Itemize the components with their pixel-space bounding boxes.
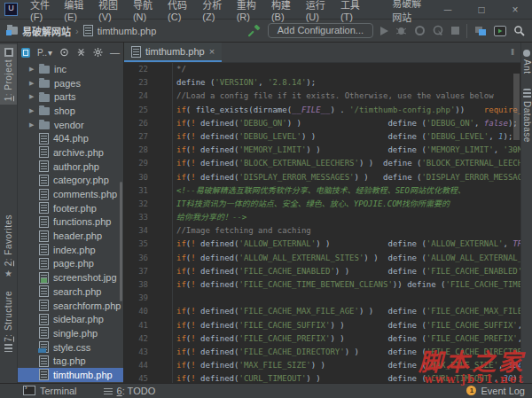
tree-item-page.php[interactable]: page.php: [18, 257, 123, 271]
tree-item-index.php[interactable]: index.php: [18, 243, 123, 257]
breadcrumb: 易破解网站 › timthumb.php: [7, 24, 156, 38]
editor-scrollbar[interactable]: [513, 74, 520, 140]
close-button[interactable]: ×: [498, 0, 532, 20]
project-folder-icon: [7, 27, 18, 35]
tree-item-label: author.php: [53, 161, 99, 172]
tool-button-structure[interactable]: 7: Structure: [0, 287, 17, 356]
line-number: 28: [124, 144, 173, 157]
tree-item-searchform.php[interactable]: searchform.php: [18, 299, 123, 313]
menu-item[interactable]: 文件(F): [25, 0, 59, 22]
menu-item[interactable]: 视图(V): [93, 0, 128, 22]
tree-item-timthumb.php[interactable]: timthumb.php: [18, 368, 123, 382]
menu-item[interactable]: 重构(R): [231, 0, 266, 22]
event-log-button[interactable]: 1 Event Log: [466, 386, 525, 396]
project-tree-scrollbar[interactable]: [120, 182, 122, 301]
tree-item-category.php[interactable]: category.php: [18, 174, 123, 188]
add-configuration-dropdown[interactable]: Add Configuration...: [268, 23, 373, 38]
collapse-all-icon[interactable]: [76, 47, 86, 58]
todo-button[interactable]: 6: TODO: [104, 386, 156, 396]
tree-item-archive.php[interactable]: archive.php: [18, 145, 123, 160]
menu-item[interactable]: 运行(U): [301, 0, 335, 22]
project-view-icon[interactable]: [21, 48, 30, 58]
tree-item-comments.php[interactable]: comments.php: [18, 187, 123, 201]
tree-item-label: 404.php: [53, 133, 89, 144]
code-text: if(! defined('FILE_CACHE_ENABLED') ) def…: [173, 265, 520, 278]
gear-icon[interactable]: [93, 47, 103, 58]
tree-item-screenshot.jpg[interactable]: screenshot.jpg: [18, 270, 123, 285]
ant-icon: [523, 50, 530, 57]
breadcrumb-file[interactable]: timthumb.php: [98, 26, 157, 36]
profiler-icon[interactable]: [433, 25, 444, 36]
editor-tab-timthumb[interactable]: timthumb.php ×: [124, 43, 222, 62]
maximize-button[interactable]: □: [465, 0, 498, 20]
run-toolbar: Add Configuration...: [248, 23, 525, 38]
expand-arrow-icon[interactable]: ▶: [29, 93, 39, 100]
tree-item-sidebar.php[interactable]: sidebar.php: [18, 312, 123, 326]
tree-item-footer.php[interactable]: footer.php: [18, 201, 123, 215]
menu-item[interactable]: 导航(N): [128, 0, 162, 22]
menu-item[interactable]: 工具(T): [335, 0, 369, 22]
line-number: 26: [124, 117, 173, 130]
tree-item-404.php[interactable]: 404.php: [18, 131, 123, 145]
expand-arrow-icon[interactable]: ▶: [29, 107, 39, 114]
tree-item-tag.php[interactable]: tag.php: [18, 354, 123, 368]
menu-item[interactable]: 分析(Z): [197, 0, 231, 22]
tool-button-project[interactable]: 1: Project: [0, 44, 17, 105]
left-tool-strip: 1: Project 2: Favorites ★ 7: Structure: [0, 43, 18, 383]
menu-item[interactable]: 代码(C): [162, 0, 197, 22]
tool-button-database[interactable]: Database: [521, 85, 532, 146]
expand-arrow-icon[interactable]: ▶: [29, 66, 39, 73]
stop-button-icon[interactable]: [451, 27, 459, 35]
tree-item-pages[interactable]: ▶pages: [18, 76, 123, 90]
structure-icon: [4, 344, 12, 352]
code-editor[interactable]: 22*/23define ('VERSION', '2.8.14');24//L…: [124, 63, 520, 383]
debug-bug-icon[interactable]: [395, 25, 407, 36]
terminal-button[interactable]: Terminal: [23, 386, 77, 396]
tree-item-header.php[interactable]: header.php: [18, 229, 123, 243]
code-line: 37if(! defined('FILE_CACHE_ENABLED') ) d…: [124, 265, 520, 278]
breadcrumb-project[interactable]: 易破解网站: [22, 24, 71, 38]
star-icon: ★: [4, 269, 12, 278]
tab-close-icon[interactable]: ×: [209, 46, 215, 57]
tree-item-label: category.php: [53, 175, 109, 185]
project-structure-icon[interactable]: [474, 26, 487, 36]
search-everywhere-icon[interactable]: [513, 25, 525, 36]
tool-button-ant[interactable]: Ant: [521, 46, 532, 78]
run-anything-icon[interactable]: [494, 26, 506, 36]
editor-splitter-icon[interactable]: ‖: [511, 48, 515, 57]
build-hammer-icon[interactable]: [248, 25, 261, 37]
line-number: 29: [124, 157, 173, 170]
expand-arrow-icon[interactable]: ▶: [29, 80, 39, 87]
ide-window: { "colors":{"accent":"#4a88c7","selectio…: [0, 0, 532, 398]
menu-bar: 文件(F)编辑(E)视图(V)导航(N)代码(C)分析(Z)重构(R)构建(B)…: [25, 0, 369, 22]
php-icon: [39, 300, 49, 311]
tree-item-search.php[interactable]: search.php: [18, 285, 123, 299]
menu-item[interactable]: 构建(B): [266, 0, 301, 22]
tree-item-inc[interactable]: ▶inc: [18, 62, 123, 76]
tree-item-author.php[interactable]: author.php: [18, 160, 123, 174]
tree-item-style.css[interactable]: style.css: [18, 340, 123, 355]
menu-item[interactable]: 编辑(E): [59, 0, 93, 22]
toolbar-divider: [466, 24, 467, 38]
code-text: if( file_exists(dirname(__FILE__) . '/ti…: [173, 104, 520, 117]
project-view-selector[interactable]: P..▾: [37, 48, 52, 58]
line-number: 42: [124, 332, 173, 346]
navigation-toolbar: 易破解网站 › timthumb.php Add Configuration..…: [0, 20, 532, 43]
run-button-icon[interactable]: [380, 27, 388, 35]
editor-tab-bar: timthumb.php × ‖: [124, 43, 520, 63]
tool-button-favorites[interactable]: 2: Favorites ★: [0, 211, 17, 281]
locate-target-icon[interactable]: [59, 47, 69, 58]
tree-item-vendor[interactable]: ▶vendor: [18, 118, 123, 132]
tree-item-single.php[interactable]: single.php: [18, 326, 123, 340]
right-tool-strip: Ant Database: [520, 43, 532, 383]
minimize-button[interactable]: ─: [431, 0, 465, 20]
tree-item-parts[interactable]: ▶parts: [18, 90, 123, 104]
expand-arrow-icon[interactable]: ▶: [29, 121, 39, 129]
code-text: if(! defined('MAX_FILE_SIZE') ) define (…: [173, 359, 520, 372]
code-line: 40if(! defined('FILE_CACHE_MAX_FILE_AGE'…: [124, 305, 520, 318]
tree-item-functions.php[interactable]: functions.php: [18, 215, 123, 230]
tree-item-shop[interactable]: ▶shop: [18, 104, 123, 118]
coverage-icon[interactable]: [414, 25, 426, 36]
tree-item-label: style.css: [53, 342, 90, 353]
hide-panel-icon[interactable]: —: [110, 47, 120, 58]
